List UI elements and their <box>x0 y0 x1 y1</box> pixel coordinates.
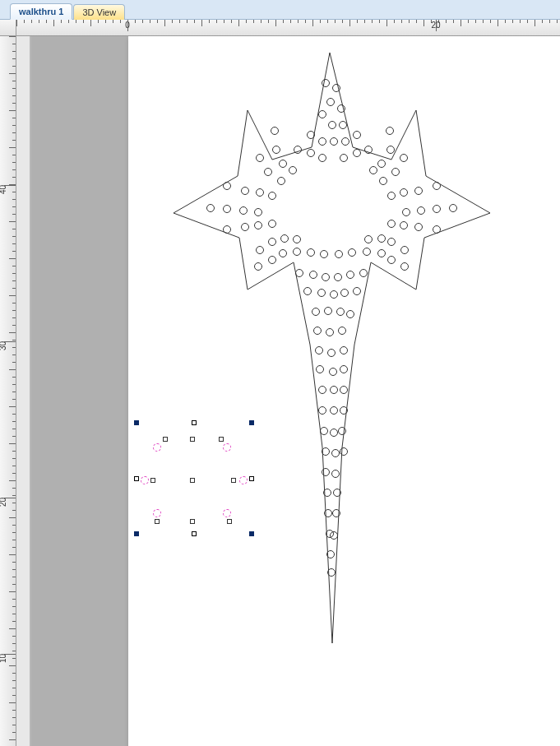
drill-hole[interactable] <box>331 138 338 146</box>
drill-hole[interactable] <box>255 209 262 216</box>
tab-3d-view[interactable]: 3D View <box>73 4 125 20</box>
drill-hole[interactable] <box>265 169 272 176</box>
drill-hole[interactable] <box>400 189 408 197</box>
tab-walkthru[interactable]: walkthru 1 <box>10 3 72 20</box>
drill-hole[interactable] <box>319 407 326 415</box>
drill-hole[interactable] <box>388 192 396 200</box>
selected-vector-marker[interactable] <box>223 509 231 517</box>
drill-hole[interactable] <box>319 155 326 162</box>
drill-hole[interactable] <box>322 469 330 476</box>
drill-hole[interactable] <box>380 178 387 185</box>
drill-hole[interactable] <box>378 160 386 168</box>
drill-hole[interactable] <box>294 248 301 256</box>
drill-hole[interactable] <box>327 99 335 106</box>
drill-hole[interactable] <box>331 532 338 540</box>
drill-hole[interactable] <box>415 224 423 231</box>
drill-hole[interactable] <box>450 205 457 212</box>
drill-hole[interactable] <box>316 347 323 354</box>
selected-vector-marker[interactable] <box>141 476 149 484</box>
selection-edge-handle[interactable] <box>192 420 197 425</box>
drill-hole[interactable] <box>318 290 326 297</box>
drill-hole[interactable] <box>207 205 215 212</box>
drill-hole[interactable] <box>280 160 287 168</box>
drill-hole[interactable] <box>388 257 396 264</box>
drill-hole[interactable] <box>308 150 315 157</box>
drill-hole[interactable] <box>433 206 441 213</box>
drill-hole[interactable] <box>314 327 322 335</box>
drill-hole[interactable] <box>304 288 312 295</box>
vector-node-handle[interactable] <box>155 519 160 524</box>
drill-hole[interactable] <box>331 407 338 415</box>
drill-hole[interactable] <box>340 347 348 354</box>
drill-hole[interactable] <box>354 150 361 157</box>
selected-vector-marker[interactable] <box>153 443 161 452</box>
drill-hole[interactable] <box>308 249 315 257</box>
drill-hole[interactable] <box>242 224 249 231</box>
drill-hole[interactable] <box>257 155 264 162</box>
drill-hole[interactable] <box>354 288 361 295</box>
drill-hole[interactable] <box>224 183 231 190</box>
drill-hole[interactable] <box>331 387 338 394</box>
drill-hole[interactable] <box>403 209 410 216</box>
drill-hole[interactable] <box>271 127 279 135</box>
drill-hole[interactable] <box>363 248 371 256</box>
selection-corner-handle[interactable] <box>134 420 139 425</box>
drill-hole[interactable] <box>269 257 276 264</box>
drill-hole[interactable] <box>401 263 409 271</box>
drill-hole[interactable] <box>365 236 373 243</box>
drill-hole[interactable] <box>332 470 340 478</box>
drill-hole[interactable] <box>281 235 289 243</box>
drill-hole[interactable] <box>319 138 326 146</box>
drill-hole[interactable] <box>296 270 303 277</box>
drill-hole[interactable] <box>330 368 337 376</box>
drill-hole[interactable] <box>329 122 336 129</box>
drill-hole[interactable] <box>339 428 346 435</box>
drill-hole[interactable] <box>341 290 349 297</box>
selection-corner-handle[interactable] <box>249 420 254 425</box>
drill-hole[interactable] <box>433 226 441 234</box>
drill-hole[interactable] <box>331 291 338 299</box>
drill-hole[interactable] <box>340 387 348 394</box>
drill-hole[interactable] <box>257 189 264 197</box>
vertical-ruler[interactable]: 10203040 <box>0 36 16 746</box>
vector-node-handle[interactable] <box>219 437 224 442</box>
drill-hole[interactable] <box>278 178 285 185</box>
drill-hole[interactable] <box>370 167 377 174</box>
drill-hole[interactable] <box>347 311 354 318</box>
vector-node-handle[interactable] <box>190 519 195 524</box>
drill-hole[interactable] <box>418 207 425 215</box>
drill-hole[interactable] <box>342 138 349 146</box>
drill-hole[interactable] <box>224 226 231 234</box>
drill-hole[interactable] <box>347 271 354 279</box>
drill-hole[interactable] <box>310 271 317 279</box>
drill-hole[interactable] <box>340 122 347 129</box>
selected-vector-marker[interactable] <box>153 509 161 517</box>
drill-hole[interactable] <box>400 222 408 229</box>
drill-hole[interactable] <box>378 250 386 257</box>
drill-hole[interactable] <box>242 188 249 195</box>
drill-hole[interactable] <box>387 146 395 154</box>
drill-hole[interactable] <box>273 146 280 154</box>
selection-corner-handle[interactable] <box>249 531 254 536</box>
drill-hole[interactable] <box>378 235 386 243</box>
drill-hole[interactable] <box>332 450 340 457</box>
drill-hole[interactable] <box>308 132 315 139</box>
drill-hole[interactable] <box>240 207 248 215</box>
drill-hole[interactable] <box>317 366 324 373</box>
drill-hole[interactable] <box>325 308 332 315</box>
vector-node-handle[interactable] <box>227 519 232 524</box>
selection-edge-handle[interactable] <box>249 476 254 481</box>
drill-hole[interactable] <box>335 274 342 281</box>
drill-hole[interactable] <box>388 220 396 228</box>
vector-node-handle[interactable] <box>190 478 195 483</box>
drill-hole[interactable] <box>349 249 356 257</box>
drill-hole[interactable] <box>224 206 231 213</box>
drill-hole[interactable] <box>269 192 276 200</box>
selection-edge-handle[interactable] <box>134 476 139 481</box>
drill-hole[interactable] <box>319 387 326 394</box>
drill-hole[interactable] <box>400 155 408 162</box>
drill-hole[interactable] <box>388 239 396 246</box>
drill-hole[interactable] <box>319 111 326 118</box>
vector-node-handle[interactable] <box>231 478 236 483</box>
drill-hole[interactable] <box>280 250 287 257</box>
